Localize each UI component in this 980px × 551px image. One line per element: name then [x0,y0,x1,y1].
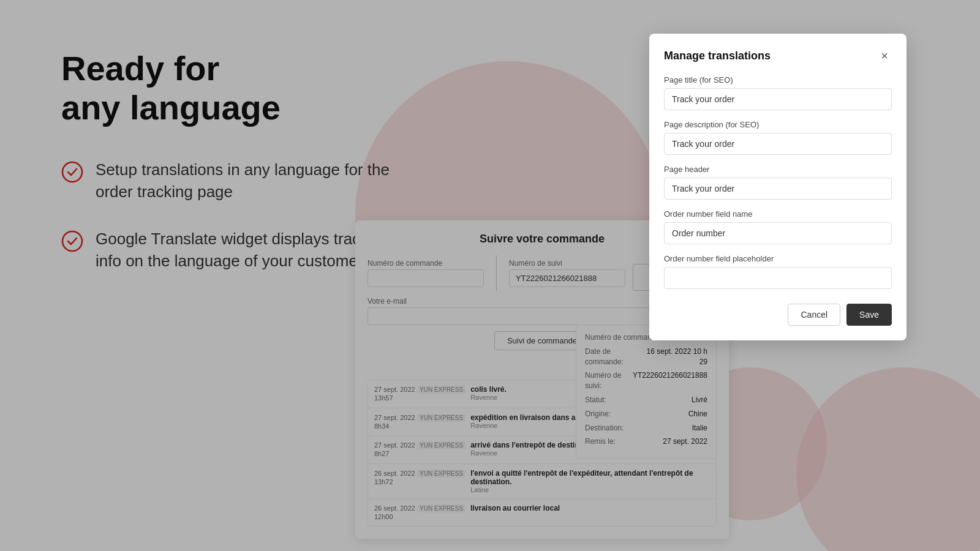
page-header-group: Page header [664,165,892,200]
order-number-placeholder-label: Order number field placeholder [664,254,892,263]
modal-close-button[interactable]: × [877,48,892,63]
page-header-input[interactable] [664,178,892,200]
modal-title: Manage translations [664,50,771,62]
modal-header: Manage translations × [664,48,892,63]
page-title-seo-group: Page title (for SEO) [664,75,892,110]
manage-translations-modal: Manage translations × Page title (for SE… [649,34,907,340]
order-number-placeholder-input[interactable] [664,267,892,289]
order-number-placeholder-group: Order number field placeholder [664,254,892,289]
modal-footer: Cancel Save [664,304,892,326]
page-title-seo-input[interactable] [664,88,892,110]
page-description-seo-label: Page description (for SEO) [664,120,892,129]
order-number-field-name-label: Order number field name [664,209,892,219]
page-title-seo-label: Page title (for SEO) [664,75,892,84]
page-header-label: Page header [664,165,892,174]
order-number-field-name-input[interactable] [664,222,892,244]
order-number-field-name-group: Order number field name [664,209,892,244]
save-button[interactable]: Save [846,304,892,326]
page-description-seo-group: Page description (for SEO) [664,120,892,155]
page-description-seo-input[interactable] [664,133,892,155]
cancel-button[interactable]: Cancel [788,304,840,326]
